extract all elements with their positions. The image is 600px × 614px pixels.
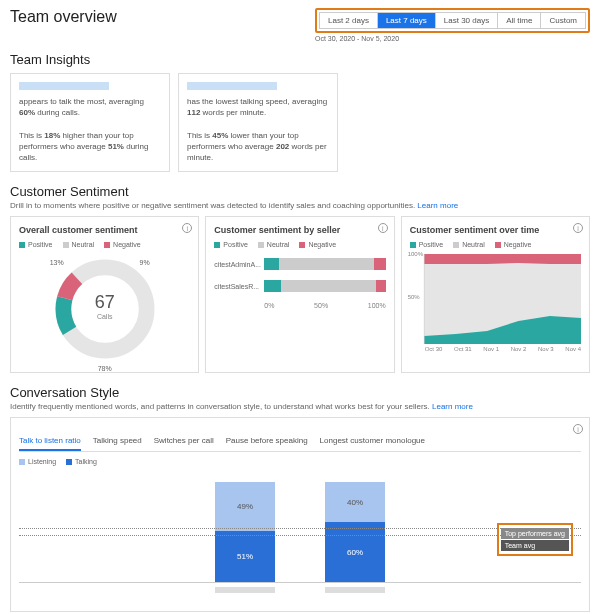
date-range-text: Oct 30, 2020 - Nov 5, 2020 <box>315 35 590 42</box>
redacted-name <box>19 82 109 90</box>
bar-x-labels <box>19 587 581 593</box>
talk-listen-chart: 49% 51% 40% 60% Top performers avg Team … <box>19 473 581 603</box>
range-tab-last-7-days[interactable]: Last 7 days <box>378 13 436 28</box>
conversation-style-subtitle: Identify frequently mentioned words, and… <box>10 402 590 411</box>
page-title: Team overview <box>10 8 117 26</box>
insight-card[interactable]: appears to talk the most, averaging 60% … <box>10 73 170 172</box>
date-range-highlight: Last 2 days Last 7 days Last 30 days All… <box>315 8 590 33</box>
tab-pause-before-speaking[interactable]: Pause before speaking <box>226 432 308 451</box>
customer-sentiment-title: Customer Sentiment <box>10 184 590 199</box>
info-icon[interactable]: i <box>378 223 388 233</box>
customer-sentiment-subtitle: Drill in to moments where positive or ne… <box>10 201 590 210</box>
tab-switches-per-call[interactable]: Switches per call <box>154 432 214 451</box>
team-insights-title: Team Insights <box>10 52 590 67</box>
range-tab-last-30-days[interactable]: Last 30 days <box>436 13 498 28</box>
learn-more-link[interactable]: Learn more <box>417 201 458 210</box>
donut-center-label: Calls <box>50 313 160 320</box>
range-tab-all-time[interactable]: All time <box>498 13 541 28</box>
info-icon[interactable]: i <box>573 424 583 434</box>
neutral-pct: 78% <box>98 365 112 372</box>
negative-pct: 9% <box>140 259 150 266</box>
card-title: Customer sentiment by seller <box>214 225 385 235</box>
area-chart <box>410 254 581 344</box>
positive-pct: 13% <box>50 259 64 266</box>
legend-talking: Talking <box>66 458 97 465</box>
seller-bar[interactable]: 49% 51% <box>215 482 275 582</box>
card-title: Overall customer sentiment <box>19 225 190 235</box>
top-performers-avg-label: Top performers avg <box>501 528 569 539</box>
team-avg-label: Team avg <box>501 540 569 551</box>
donut-center-value: 67 <box>50 292 160 313</box>
sentiment-over-time-card: i Customer sentiment over time Positive … <box>401 216 590 373</box>
tab-talk-listen-ratio[interactable]: Talk to listen ratio <box>19 432 81 451</box>
avg-labels-highlight: Top performers avg Team avg <box>497 523 573 556</box>
overall-sentiment-card: i Overall customer sentiment Positive Ne… <box>10 216 199 373</box>
seller-row[interactable]: citestAdminA... <box>214 258 385 270</box>
x-axis: 0%50%100% <box>214 302 385 309</box>
insight-card[interactable]: has the lowest talking speed, averaging … <box>178 73 338 172</box>
conversation-tabs: Talk to listen ratio Talking speed Switc… <box>19 432 581 452</box>
seller-bar[interactable]: 40% 60% <box>325 482 385 582</box>
tab-longest-monologue[interactable]: Longest customer monologue <box>320 432 425 451</box>
card-title: Customer sentiment over time <box>410 225 581 235</box>
learn-more-link[interactable]: Learn more <box>432 402 473 411</box>
sentiment-by-seller-card: i Customer sentiment by seller Positive … <box>205 216 394 373</box>
conversation-style-title: Conversation Style <box>10 385 590 400</box>
range-tab-last-2-days[interactable]: Last 2 days <box>320 13 378 28</box>
legend-negative: Negative <box>104 241 141 248</box>
legend-positive: Positive <box>19 241 53 248</box>
info-icon[interactable]: i <box>182 223 192 233</box>
legend-listening: Listening <box>19 458 56 465</box>
seller-row[interactable]: citestSalesR... <box>214 280 385 292</box>
time-x-axis: Oct 30Oct 31Nov 1Nov 2Nov 3Nov 4 <box>410 346 581 352</box>
info-icon[interactable]: i <box>573 223 583 233</box>
legend-neutral: Neutral <box>63 241 95 248</box>
date-range-tabs: Last 2 days Last 7 days Last 30 days All… <box>319 12 586 29</box>
tab-talking-speed[interactable]: Talking speed <box>93 432 142 451</box>
redacted-name <box>187 82 277 90</box>
range-tab-custom[interactable]: Custom <box>541 13 585 28</box>
